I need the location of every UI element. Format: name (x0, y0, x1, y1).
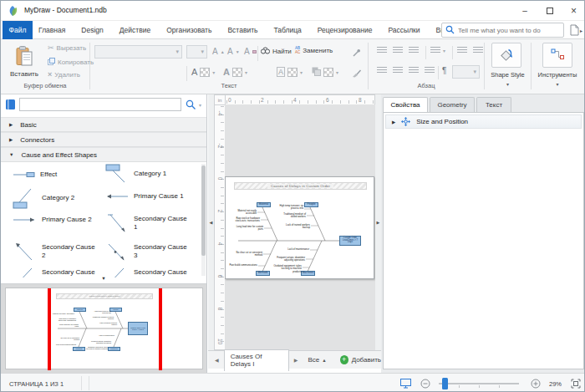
text-highlight-button[interactable]: A▾ (223, 67, 247, 77)
effect-box[interactable]: Custom Order Lead Times > 7 Days (339, 236, 361, 246)
cause-text[interactable]: Lack of maintenance (281, 248, 309, 251)
maximize-button[interactable] (537, 1, 562, 20)
align-right-icon[interactable] (409, 67, 419, 74)
zoom-slider-track[interactable] (439, 383, 519, 384)
shape-secondary-cause-2[interactable]: Secondary Cause 2 (13, 241, 95, 262)
line-spacing-combo[interactable]: ▾ (452, 65, 480, 79)
tab-mailings[interactable]: Рассылки (388, 26, 420, 34)
cause-text[interactable]: Traditional mindset of skilled workers (277, 213, 306, 219)
tell-me-search[interactable] (441, 23, 564, 38)
cause-text[interactable]: Material not easily accessible (228, 210, 257, 216)
pan-zoom-preview[interactable]: Causes of Delays in Custom Order Materia… (1, 284, 206, 373)
section-cause-effect[interactable]: ▼Cause and Effect Shapes (1, 147, 206, 162)
fit-screen-icon[interactable] (400, 379, 411, 390)
cause-text[interactable]: No clear cut or consistent method (234, 252, 262, 257)
cause-text[interactable]: Outdated equipment; takes too long to ma… (273, 265, 302, 273)
cause-text[interactable]: Poor build communications (229, 264, 257, 267)
format-painter-text-icon[interactable] (352, 47, 361, 60)
grow-font-button[interactable]: A▲ (212, 47, 225, 56)
shape-search-dropdown-icon[interactable]: ▾ (199, 102, 201, 108)
text-frame-color-button[interactable]: A▾ (277, 67, 303, 77)
page-tab[interactable]: Causes Of Delays I (224, 349, 289, 371)
tell-me-input[interactable] (458, 27, 560, 34)
shape-search-input[interactable] (19, 98, 181, 111)
text-background-button[interactable]: ▾ (312, 67, 338, 78)
cause-text[interactable]: Frequent setups; downtime adjusting oper… (277, 257, 305, 262)
find-button[interactable]: Найти (261, 47, 292, 56)
font-family-combo[interactable]: ▾ (94, 45, 182, 59)
size-position-expander[interactable]: ▶ Size and Position (385, 115, 582, 129)
shape-secondary-cause-3[interactable]: Secondary Cause 3 (104, 241, 187, 262)
tab-text[interactable]: Текст (476, 97, 511, 112)
category-box-material[interactable]: Material (257, 202, 271, 207)
shape-style-button[interactable] (491, 43, 521, 68)
collapse-left-panel-button[interactable]: ◀ (208, 94, 214, 350)
next-page-icon[interactable]: ▶ (294, 357, 298, 363)
tab-geometry[interactable]: Geometry (430, 97, 475, 112)
fit-page-icon[interactable] (571, 379, 581, 390)
pilcrow-button[interactable]: ¶ (442, 66, 446, 75)
shape-effect[interactable]: Effect (13, 169, 94, 181)
collapse-right-panel-button[interactable]: ▶ (375, 94, 381, 350)
delete-button[interactable]: ×Удалить (48, 71, 80, 79)
preview-page[interactable]: Causes of Delays in Custom Order Materia… (5, 288, 203, 369)
zoom-slider-thumb[interactable] (442, 378, 448, 389)
increase-indent-icon[interactable] (473, 47, 483, 54)
tab-home[interactable]: Главная (38, 26, 65, 34)
cause-text[interactable]: High temp turnover; no process info (275, 205, 303, 211)
cause-text[interactable]: Raw stock or hardware stock-outs; transa… (231, 217, 260, 223)
cause-text[interactable]: Long lead time for custom parts (235, 226, 263, 232)
drawing-canvas[interactable]: Causes of Delays in Custom Order Materia… (225, 104, 375, 350)
tools-button[interactable] (542, 43, 572, 68)
align-middle-icon[interactable] (393, 47, 403, 54)
more-chevron-icon[interactable]: ▸ (580, 28, 582, 33)
align-left-icon[interactable] (377, 67, 387, 74)
shape-primary-cause-1[interactable]: Primary Cause 1 (104, 192, 187, 201)
new-document-icon[interactable] (570, 24, 579, 38)
add-page-icon[interactable]: + (340, 355, 348, 364)
zoom-out-icon[interactable] (420, 379, 430, 390)
prev-page-icon[interactable]: ◀ (215, 357, 219, 363)
shape-list-scrollbar[interactable] (201, 164, 206, 276)
tab-design[interactable]: Design (81, 26, 103, 34)
drawing-page[interactable]: Causes of Delays in Custom Order Materia… (225, 176, 374, 279)
category-box-machines[interactable]: Machines (301, 271, 315, 276)
shape-secondary-cause-1[interactable]: Secondary Cause 1 (104, 212, 187, 234)
cause-text[interactable]: Lack of trained workers backup (282, 224, 310, 230)
tab-action[interactable]: Действие (120, 26, 150, 34)
clear-formatting-button[interactable]: A (244, 47, 257, 56)
library-expand-icon[interactable]: ▼ (1, 276, 206, 283)
view-right-marker[interactable] (159, 288, 162, 370)
replace-button[interactable]: ABACЗаменить (295, 47, 333, 55)
brush-icon[interactable] (352, 67, 362, 80)
paste-button[interactable]: Вставить (6, 43, 43, 81)
minimize-button[interactable]: – (512, 1, 537, 20)
shape-category-2[interactable]: Category 2 (13, 187, 95, 209)
decrease-indent-icon[interactable] (457, 47, 467, 54)
zoom-level[interactable]: 29% (549, 380, 562, 388)
bullet-list-button[interactable]: ▾ (430, 47, 445, 54)
align-justify-icon[interactable] (425, 67, 435, 74)
shape-category-1[interactable]: Category 1 (104, 164, 187, 184)
shape-search-icon[interactable] (186, 99, 196, 113)
tab-arrange[interactable]: Организовать (166, 26, 211, 34)
tab-review[interactable]: Рецензирование (318, 26, 373, 34)
align-center-icon[interactable] (393, 67, 403, 74)
pages-filter[interactable]: Все (308, 356, 319, 364)
category-box-methods[interactable]: Methods (256, 271, 270, 276)
close-button[interactable]: × (562, 1, 585, 20)
shrink-font-button[interactable]: A▼ (227, 47, 240, 56)
view-left-marker[interactable] (48, 288, 51, 370)
library-book-icon[interactable] (5, 99, 16, 113)
align-bottom-icon[interactable] (409, 47, 419, 54)
section-basic[interactable]: ▶Basic (1, 117, 206, 132)
align-top-icon[interactable] (377, 47, 387, 54)
copy-button[interactable]: Копировать (48, 58, 94, 67)
add-page-label[interactable]: Добавить (352, 356, 381, 364)
font-size-combo[interactable]: ▾ (186, 45, 207, 59)
tab-file[interactable]: Файл (3, 21, 33, 39)
font-color-button[interactable]: A▾ (191, 67, 215, 77)
shape-primary-cause-2[interactable]: Primary Cause 2 (13, 216, 95, 224)
tab-insert[interactable]: Вставить (227, 26, 257, 34)
section-connectors[interactable]: ▶Connectors (1, 132, 206, 147)
